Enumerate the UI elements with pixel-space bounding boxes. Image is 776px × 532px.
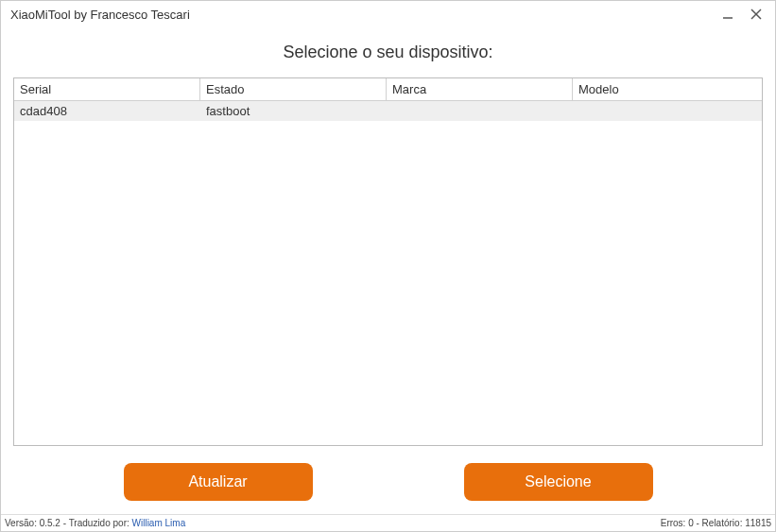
column-header-marca[interactable]: Marca bbox=[387, 78, 573, 100]
minimize-icon bbox=[721, 8, 734, 21]
table-body: cdad408fastboot bbox=[14, 101, 762, 445]
cell-modelo bbox=[573, 101, 762, 121]
close-icon bbox=[750, 8, 763, 21]
statusbar-version: Versão: 0.5.2 - Traduzido por: William L… bbox=[5, 518, 661, 528]
content-area: Selecione o seu dispositivo: Serial Esta… bbox=[1, 27, 775, 514]
button-row: Atualizar Selecione bbox=[13, 446, 763, 514]
table-row[interactable]: cdad408fastboot bbox=[14, 101, 762, 121]
device-table: Serial Estado Marca Modelo cdad408fastbo… bbox=[13, 77, 763, 446]
titlebar: XiaoMiTool by Francesco Tescari bbox=[1, 1, 775, 27]
cell-serial: cdad408 bbox=[14, 101, 200, 121]
statusbar: Versão: 0.5.2 - Traduzido por: William L… bbox=[1, 514, 775, 531]
refresh-button[interactable]: Atualizar bbox=[124, 463, 313, 501]
window-controls bbox=[718, 5, 766, 24]
cell-marca bbox=[387, 101, 573, 121]
translator-link[interactable]: William Lima bbox=[132, 518, 186, 528]
window-title: XiaoMiTool by Francesco Tescari bbox=[10, 8, 718, 22]
table-header-row: Serial Estado Marca Modelo bbox=[14, 78, 762, 101]
statusbar-errors: Erros: 0 - Relatório: 11815 bbox=[661, 518, 771, 528]
cell-estado: fastboot bbox=[200, 101, 387, 121]
version-text: Versão: 0.5.2 - Traduzido por: bbox=[5, 518, 132, 528]
column-header-estado[interactable]: Estado bbox=[200, 78, 387, 100]
column-header-modelo[interactable]: Modelo bbox=[573, 78, 762, 100]
app-window: XiaoMiTool by Francesco Tescari Selecion… bbox=[0, 0, 776, 532]
select-button[interactable]: Selecione bbox=[464, 463, 653, 501]
column-header-serial[interactable]: Serial bbox=[14, 78, 200, 100]
page-heading: Selecione o seu dispositivo: bbox=[13, 43, 763, 62]
minimize-button[interactable] bbox=[718, 5, 737, 24]
close-button[interactable] bbox=[747, 5, 766, 24]
